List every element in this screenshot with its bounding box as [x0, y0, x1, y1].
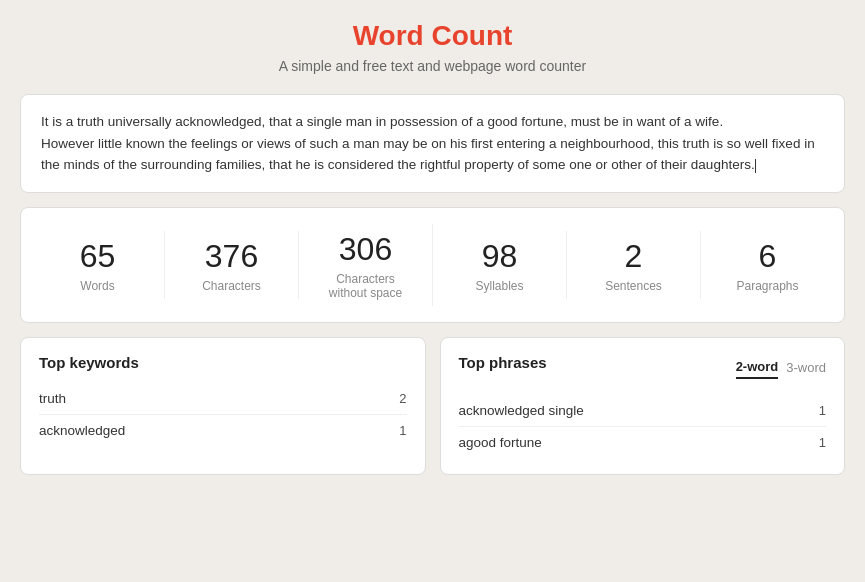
phrases-header: Top phrases 2-word 3-word: [459, 354, 827, 383]
stat-words: 65 Words: [31, 231, 165, 299]
phrases-tabs: 2-word 3-word: [736, 359, 826, 379]
stat-syllables: 98 Syllables: [433, 231, 567, 299]
phrases-card: Top phrases 2-word 3-word acknowledged s…: [440, 337, 846, 475]
syllables-count: 98: [433, 237, 566, 275]
characters-label: Characters: [165, 279, 298, 293]
characters-count: 376: [165, 237, 298, 275]
page-title: Word Count: [20, 20, 845, 52]
stats-card: 65 Words 376 Characters 306 Characterswi…: [20, 207, 845, 323]
chars-no-space-label: Characterswithout space: [299, 272, 432, 300]
bottom-row: Top keywords truth 2 acknowledged 1 Top …: [20, 337, 845, 475]
keyword-row-acknowledged: acknowledged 1: [39, 415, 407, 446]
keywords-title: Top keywords: [39, 354, 407, 371]
keyword-word: truth: [39, 391, 66, 406]
stat-characters: 376 Characters: [165, 231, 299, 299]
phrase-text: acknowledged single: [459, 403, 584, 418]
page-subtitle: A simple and free text and webpage word …: [20, 58, 845, 74]
stat-chars-no-space: 306 Characterswithout space: [299, 224, 433, 306]
keyword-word: acknowledged: [39, 423, 125, 438]
keyword-row-truth: truth 2: [39, 383, 407, 415]
phrases-title: Top phrases: [459, 354, 547, 371]
phrase-count: 1: [819, 403, 826, 418]
chars-no-space-count: 306: [299, 230, 432, 268]
stat-sentences: 2 Sentences: [567, 231, 701, 299]
words-count: 65: [31, 237, 164, 275]
paragraphs-label: Paragraphs: [701, 279, 834, 293]
tab-3word[interactable]: 3-word: [786, 360, 826, 378]
phrase-count: 1: [819, 435, 826, 450]
sentences-count: 2: [567, 237, 700, 275]
keywords-card: Top keywords truth 2 acknowledged 1: [20, 337, 426, 475]
phrase-row-1: acknowledged single 1: [459, 395, 827, 427]
page-header: Word Count A simple and free text and we…: [20, 20, 845, 74]
keyword-count: 1: [399, 423, 406, 438]
phrase-row-2: agood fortune 1: [459, 427, 827, 458]
stat-paragraphs: 6 Paragraphs: [701, 231, 834, 299]
syllables-label: Syllables: [433, 279, 566, 293]
phrase-text: agood fortune: [459, 435, 542, 450]
text-input-card: It is a truth universally acknowledged, …: [20, 94, 845, 193]
sentences-label: Sentences: [567, 279, 700, 293]
words-label: Words: [31, 279, 164, 293]
keyword-count: 2: [399, 391, 406, 406]
input-text: It is a truth universally acknowledged, …: [41, 111, 824, 176]
tab-2word[interactable]: 2-word: [736, 359, 779, 379]
paragraphs-count: 6: [701, 237, 834, 275]
